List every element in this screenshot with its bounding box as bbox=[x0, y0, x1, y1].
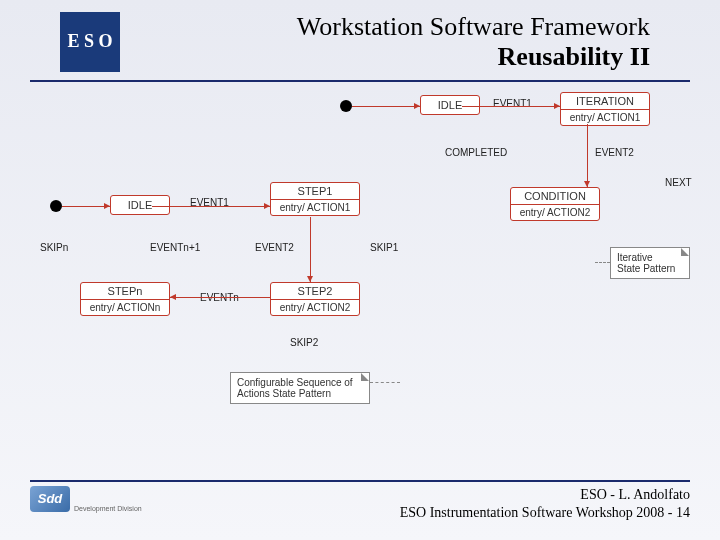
state-idle-top: IDLE bbox=[420, 95, 480, 115]
eso-logo-text: E S O bbox=[67, 32, 112, 52]
footer-text: ESO - L. Andolfato ESO Instrumentation S… bbox=[400, 486, 690, 522]
state-iteration: ITERATION entry/ ACTION1 bbox=[560, 92, 650, 126]
label-event1-top: EVENT1 bbox=[493, 98, 532, 109]
footer-logo-area: Sdd Development Division bbox=[30, 486, 142, 512]
state-step1: STEP1 entry/ ACTION1 bbox=[270, 182, 360, 216]
note-iterative-pattern: Iterative State Pattern bbox=[610, 247, 690, 279]
label-event12: EVENT2 bbox=[255, 242, 294, 253]
state-step2: STEP2 entry/ ACTION2 bbox=[270, 282, 360, 316]
footer-author: ESO - L. Andolfato bbox=[400, 486, 690, 504]
label-completed: COMPLETED bbox=[445, 147, 507, 158]
sdd-subtext: Development Division bbox=[74, 505, 142, 512]
state-condition: CONDITION entry/ ACTION2 bbox=[510, 187, 600, 221]
label-skipn: SKIPn bbox=[40, 242, 68, 253]
eso-logo: E S O bbox=[60, 12, 120, 72]
title-block: Workstation Software Framework Reusabili… bbox=[297, 12, 650, 72]
slide-header: E S O Workstation Software Framework Reu… bbox=[30, 0, 690, 82]
state-stepn: STEPn entry/ ACTIONn bbox=[80, 282, 170, 316]
footer-event: ESO Instrumentation Software Workshop 20… bbox=[400, 504, 690, 522]
label-next: NEXT bbox=[665, 177, 692, 188]
sdd-logo: Sdd bbox=[30, 486, 70, 512]
label-skip2: SKIP2 bbox=[290, 337, 318, 348]
label-skip1: SKIP1 bbox=[370, 242, 398, 253]
slide-footer: Sdd Development Division ESO - L. Andolf… bbox=[30, 480, 690, 522]
state-diagram: IDLE EVENT1 ITERATION entry/ ACTION1 COM… bbox=[30, 92, 690, 452]
title-line1: Workstation Software Framework bbox=[297, 12, 650, 42]
title-line2: Reusability II bbox=[297, 42, 650, 72]
label-event2: EVENT2 bbox=[595, 147, 634, 158]
initial-state-dot-top bbox=[340, 100, 352, 112]
initial-state-dot-left bbox=[50, 200, 62, 212]
label-eventn1: EVENTn+1 bbox=[150, 242, 200, 253]
state-idle-2: IDLE bbox=[110, 195, 170, 215]
note-configurable-sequence: Configurable Sequence of Actions State P… bbox=[230, 372, 370, 404]
